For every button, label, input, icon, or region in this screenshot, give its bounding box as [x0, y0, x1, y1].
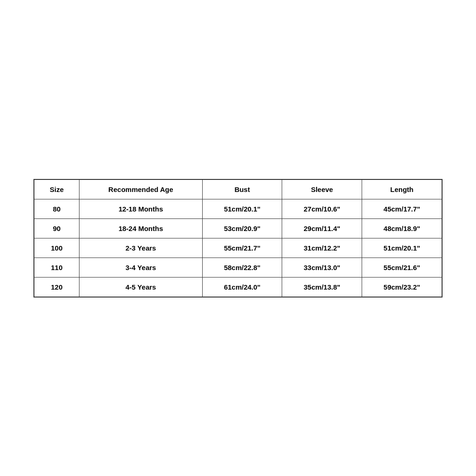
cell-bust: 61cm/24.0" — [202, 277, 282, 297]
table-row: 9018-24 Months53cm/20.9"29cm/11.4"48cm/1… — [34, 218, 442, 238]
cell-size: 90 — [34, 218, 79, 238]
cell-sleeve: 35cm/13.8" — [282, 277, 362, 297]
size-chart-container: Size Recommended Age Bust Sleeve Length … — [33, 179, 443, 298]
cell-sleeve: 29cm/11.4" — [282, 218, 362, 238]
cell-age: 12-18 Months — [79, 199, 202, 218]
table-row: 1103-4 Years58cm/22.8"33cm/13.0"55cm/21.… — [34, 258, 442, 277]
cell-sleeve: 31cm/12.2" — [282, 238, 362, 258]
cell-size: 120 — [34, 277, 79, 297]
size-chart-table: Size Recommended Age Bust Sleeve Length … — [33, 179, 443, 298]
header-length: Length — [362, 179, 442, 199]
cell-age: 18-24 Months — [79, 218, 202, 238]
table-header-row: Size Recommended Age Bust Sleeve Length — [34, 179, 442, 199]
header-recommended-age: Recommended Age — [79, 179, 202, 199]
cell-bust: 58cm/22.8" — [202, 258, 282, 277]
cell-bust: 53cm/20.9" — [202, 218, 282, 238]
cell-sleeve: 33cm/13.0" — [282, 258, 362, 277]
cell-length: 59cm/23.2" — [362, 277, 442, 297]
cell-size: 100 — [34, 238, 79, 258]
cell-age: 2-3 Years — [79, 238, 202, 258]
cell-length: 48cm/18.9" — [362, 218, 442, 238]
cell-age: 4-5 Years — [79, 277, 202, 297]
table-row: 1002-3 Years55cm/21.7"31cm/12.2"51cm/20.… — [34, 238, 442, 258]
cell-bust: 55cm/21.7" — [202, 238, 282, 258]
header-bust: Bust — [202, 179, 282, 199]
cell-size: 80 — [34, 199, 79, 218]
cell-age: 3-4 Years — [79, 258, 202, 277]
table-row: 8012-18 Months51cm/20.1"27cm/10.6"45cm/1… — [34, 199, 442, 218]
cell-length: 51cm/20.1" — [362, 238, 442, 258]
table-row: 1204-5 Years61cm/24.0"35cm/13.8"59cm/23.… — [34, 277, 442, 297]
cell-sleeve: 27cm/10.6" — [282, 199, 362, 218]
cell-length: 45cm/17.7" — [362, 199, 442, 218]
cell-bust: 51cm/20.1" — [202, 199, 282, 218]
cell-size: 110 — [34, 258, 79, 277]
cell-length: 55cm/21.6" — [362, 258, 442, 277]
header-sleeve: Sleeve — [282, 179, 362, 199]
header-size: Size — [34, 179, 79, 199]
